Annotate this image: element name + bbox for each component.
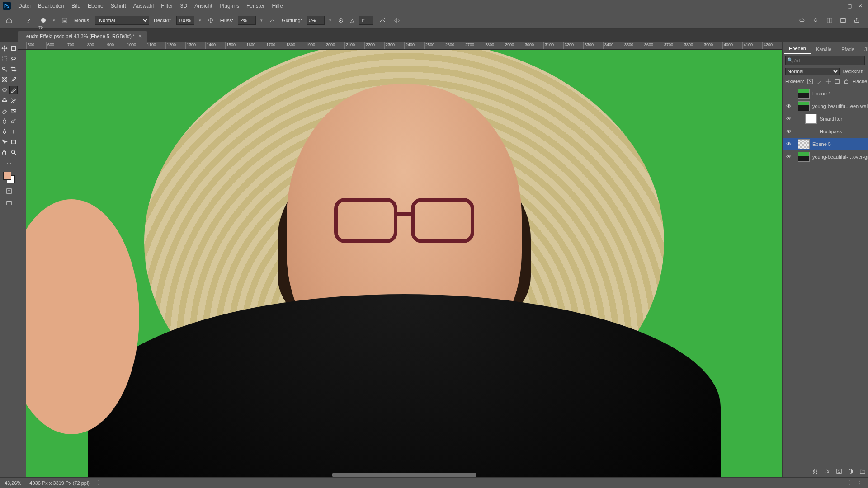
chevron-down-icon[interactable]: ▾ bbox=[260, 18, 263, 23]
document-tab[interactable]: Leucht Effekt.psdc bei 43,3% (Ebene 5, R… bbox=[18, 31, 147, 42]
document-viewport[interactable] bbox=[26, 50, 782, 477]
layer-row[interactable]: Ebene 4 bbox=[783, 87, 868, 100]
horizontal-scrollbar[interactable] bbox=[332, 473, 476, 477]
menu-hilfe[interactable]: Hilfe bbox=[269, 1, 287, 11]
angle-input[interactable] bbox=[359, 16, 373, 25]
pressure-size-icon[interactable] bbox=[377, 15, 387, 25]
window-maximize-button[interactable]: ▢ bbox=[844, 2, 854, 10]
quickmask-icon[interactable] bbox=[5, 187, 14, 196]
layer-filter-input[interactable] bbox=[785, 56, 865, 65]
eraser-tool[interactable] bbox=[0, 107, 9, 115]
quick-select-tool[interactable] bbox=[0, 65, 9, 73]
eyedropper-tool[interactable] bbox=[9, 75, 18, 84]
status-chevron-left-icon[interactable]: 〈 bbox=[845, 479, 850, 486]
pressure-opacity-icon[interactable] bbox=[206, 15, 216, 25]
smoothing-input[interactable] bbox=[307, 16, 325, 25]
menu-ansicht[interactable]: Ansicht bbox=[191, 1, 216, 11]
chevron-down-icon[interactable]: ▾ bbox=[53, 18, 55, 23]
brush-settings-icon[interactable] bbox=[60, 15, 70, 25]
layer-row[interactable]: 👁Hochpass≡ bbox=[783, 125, 868, 138]
layer-row[interactable]: 👁Smartfilter bbox=[783, 113, 868, 125]
flow-input[interactable] bbox=[238, 16, 256, 25]
opacity-input[interactable] bbox=[176, 16, 194, 25]
dodge-tool[interactable] bbox=[9, 117, 18, 125]
close-tab-icon[interactable]: × bbox=[138, 33, 142, 39]
adjustment-layer-icon[interactable] bbox=[847, 468, 854, 475]
stamp-tool[interactable] bbox=[0, 96, 9, 104]
lock-artboard-icon[interactable] bbox=[834, 78, 840, 85]
healing-tool[interactable] bbox=[0, 86, 9, 94]
menu-plug-ins[interactable]: Plug-ins bbox=[216, 1, 243, 11]
layer-row[interactable]: 👁young-beautifu…een-wall Kopie⊘▾ bbox=[783, 100, 868, 113]
menu-filter[interactable]: Filter bbox=[157, 1, 177, 11]
status-chevron-right-icon[interactable]: 〉 bbox=[98, 479, 103, 486]
window-minimize-button[interactable]: — bbox=[834, 2, 844, 10]
zoom-tool[interactable] bbox=[9, 148, 18, 156]
type-tool[interactable] bbox=[9, 127, 18, 136]
blur-tool[interactable] bbox=[0, 117, 9, 125]
link-layers-icon[interactable]: ⛓ bbox=[812, 468, 819, 475]
lock-position-icon[interactable] bbox=[825, 78, 831, 85]
color-wells[interactable] bbox=[3, 172, 15, 183]
fx-icon[interactable]: fx bbox=[824, 468, 831, 475]
arrange-docs-icon[interactable] bbox=[825, 15, 835, 25]
blend-mode-select[interactable]: Normal bbox=[95, 16, 149, 25]
panel-tab-kanäle[interactable]: Kanäle bbox=[811, 44, 836, 54]
layer-visibility-icon[interactable]: 👁 bbox=[785, 128, 793, 135]
symmetry-icon[interactable] bbox=[392, 15, 402, 25]
brush-preview[interactable]: 79 bbox=[38, 15, 48, 25]
marquee-tool[interactable] bbox=[0, 55, 9, 63]
foreground-color-well[interactable] bbox=[3, 172, 11, 180]
layer-row[interactable]: 👁young-beautiful-…over-green-wall bbox=[783, 150, 868, 163]
shape-tool[interactable] bbox=[9, 138, 18, 146]
gradient-tool[interactable] bbox=[9, 107, 18, 115]
chevron-down-icon[interactable]: ▾ bbox=[329, 18, 331, 23]
lock-transparent-icon[interactable] bbox=[807, 78, 813, 85]
panel-tab-3d[interactable]: 3D bbox=[860, 44, 868, 54]
edit-toolbar-icon[interactable]: ⋯ bbox=[5, 160, 13, 168]
crop-tool[interactable] bbox=[9, 65, 18, 73]
brush-tool-icon[interactable] bbox=[24, 15, 34, 25]
window-close-button[interactable]: ✕ bbox=[855, 2, 865, 10]
lasso-tool[interactable] bbox=[9, 55, 18, 63]
pen-tool[interactable] bbox=[0, 127, 9, 136]
artboard-tool[interactable] bbox=[9, 44, 18, 52]
panel-tab-ebenen[interactable]: Ebenen bbox=[784, 43, 811, 54]
add-mask-icon[interactable] bbox=[835, 468, 843, 475]
menu-fenster[interactable]: Fenster bbox=[243, 1, 269, 11]
layer-visibility-icon[interactable]: 👁 bbox=[785, 103, 793, 109]
airbrush-icon[interactable] bbox=[267, 15, 277, 25]
path-select-tool[interactable] bbox=[0, 138, 9, 146]
menu-datei[interactable]: Datei bbox=[14, 1, 34, 11]
layer-visibility-icon[interactable]: 👁 bbox=[785, 116, 793, 122]
frame-tool[interactable] bbox=[0, 75, 9, 84]
lock-pixels-icon[interactable] bbox=[816, 78, 822, 85]
menu-bild[interactable]: Bild bbox=[68, 1, 84, 11]
layer-visibility-icon[interactable]: 👁 bbox=[785, 141, 793, 147]
menu-3d[interactable]: 3D bbox=[177, 1, 191, 11]
zoom-level[interactable]: 43,26% bbox=[5, 480, 21, 486]
chevron-down-icon[interactable]: ▾ bbox=[199, 18, 201, 23]
panel-tab-pfade[interactable]: Pfade bbox=[837, 44, 859, 54]
layer-row[interactable]: 👁Ebene 5 bbox=[783, 138, 868, 150]
move-tool[interactable] bbox=[0, 44, 9, 52]
status-chevron-right-icon[interactable]: 〉 bbox=[859, 479, 863, 486]
group-layers-icon[interactable] bbox=[859, 468, 866, 475]
menu-bearbeiten[interactable]: Bearbeiten bbox=[34, 1, 68, 11]
smoothing-options-icon[interactable] bbox=[336, 15, 346, 25]
menu-auswahl[interactable]: Auswahl bbox=[130, 1, 157, 11]
workspace-icon[interactable] bbox=[838, 15, 848, 25]
lock-all-icon[interactable] bbox=[843, 78, 849, 85]
menu-schrift[interactable]: Schrift bbox=[107, 1, 130, 11]
share-icon[interactable] bbox=[852, 15, 862, 25]
layer-visibility-icon[interactable]: 👁 bbox=[785, 154, 793, 160]
menu-ebene[interactable]: Ebene bbox=[84, 1, 107, 11]
home-button[interactable] bbox=[4, 15, 14, 26]
hand-tool[interactable] bbox=[0, 148, 9, 156]
cloud-docs-icon[interactable] bbox=[797, 15, 807, 25]
history-brush-tool[interactable] bbox=[9, 96, 18, 104]
brush-tool[interactable] bbox=[9, 86, 18, 94]
layer-blend-mode-select[interactable]: Normal bbox=[785, 68, 840, 75]
screenmode-icon[interactable] bbox=[5, 199, 14, 208]
search-icon[interactable] bbox=[811, 15, 821, 25]
